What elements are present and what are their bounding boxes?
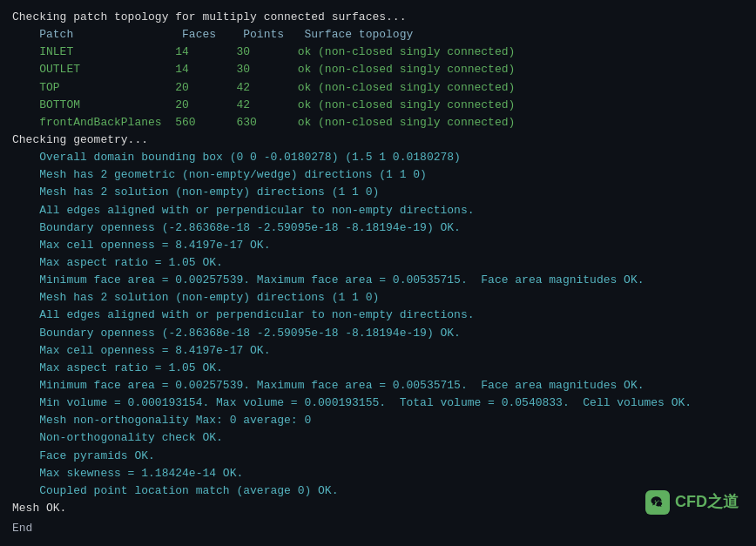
wechat-icon — [645, 490, 670, 515]
terminal-line: Mesh OK. — [12, 500, 744, 517]
terminal-line: Max cell openness = 8.4197e-17 OK. — [12, 237, 744, 254]
terminal-line: BOTTOM 20 42 ok (non-closed singly conne… — [12, 97, 744, 114]
terminal-window: Checking patch topology for multiply con… — [0, 0, 756, 546]
watermark: CFD之道 — [645, 490, 739, 515]
terminal-line: Patch Faces Points Surface topology — [12, 26, 744, 44]
terminal-line: Max aspect ratio = 1.05 OK. — [12, 360, 744, 377]
terminal-line: Non-orthogonality check OK. — [12, 429, 744, 447]
terminal-line: INLET 14 30 ok (non-closed singly connec… — [12, 44, 744, 61]
terminal-line: Overall domain bounding box (0 0 -0.0180… — [12, 149, 744, 166]
terminal-line: Mesh has 2 solution (non-empty) directio… — [12, 184, 744, 201]
terminal-line: Face pyramids OK. — [12, 448, 744, 465]
terminal-line: All edges aligned with or perpendicular … — [12, 307, 744, 324]
watermark-text: CFD之道 — [675, 490, 739, 515]
terminal-line: Mesh non-orthogonality Max: 0 average: 0 — [12, 412, 744, 429]
output-area: Checking patch topology for multiply con… — [12, 9, 744, 517]
terminal-line: Minimum face area = 0.00257539. Maximum … — [12, 272, 744, 289]
terminal-line: Mesh has 2 geometric (non-empty/wedge) d… — [12, 166, 744, 184]
terminal-line: Max skewness = 1.18424e-14 OK. — [12, 465, 744, 482]
terminal-line: Boundary openness (-2.86368e-18 -2.59095… — [12, 325, 744, 342]
terminal-line: Checking patch topology for multiply con… — [12, 9, 744, 26]
terminal-line: Mesh has 2 solution (non-empty) directio… — [12, 289, 744, 307]
terminal-line: TOP 20 42 ok (non-closed singly connecte… — [12, 79, 744, 97]
terminal-line: Minimum face area = 0.00257539. Maximum … — [12, 377, 744, 394]
terminal-line: Min volume = 0.000193154. Max volume = 0… — [12, 394, 744, 412]
terminal-line: OUTLET 14 30 ok (non-closed singly conne… — [12, 61, 744, 78]
end-line: End — [12, 520, 32, 537]
terminal-line: frontAndBackPlanes 560 630 ok (non-close… — [12, 114, 744, 131]
terminal-line: Boundary openness (-2.86368e-18 -2.59095… — [12, 219, 744, 237]
terminal-line: Checking geometry... — [12, 131, 744, 149]
terminal-line: Max aspect ratio = 1.05 OK. — [12, 254, 744, 272]
terminal-line: Max cell openness = 8.4197e-17 OK. — [12, 342, 744, 360]
terminal-line: Coupled point location match (average 0)… — [12, 482, 744, 500]
terminal-line: All edges aligned with or perpendicular … — [12, 202, 744, 219]
